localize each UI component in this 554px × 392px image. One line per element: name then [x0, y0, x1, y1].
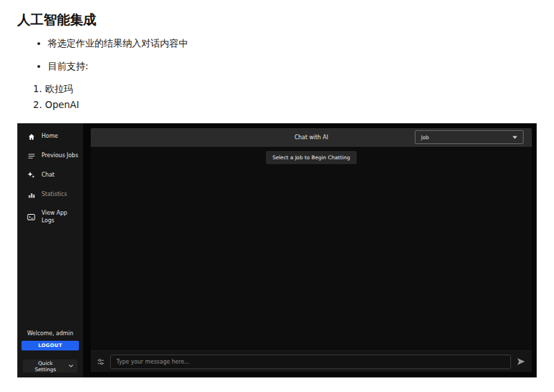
tune-icon [97, 358, 105, 366]
job-select-dropdown[interactable]: Job [415, 130, 524, 144]
supported-providers-list: 欧拉玛 OpenAI [17, 83, 554, 112]
logout-button[interactable]: LOGOUT [21, 341, 79, 350]
job-select-value: Job [421, 134, 429, 141]
welcome-text: Welcome, admin [27, 330, 73, 337]
send-icon [517, 357, 526, 366]
dropdown-caret-icon [512, 136, 517, 139]
quick-settings-label: Quick Settings [27, 360, 64, 373]
sidebar-item-label: Previous Jobs [42, 152, 78, 160]
list-item: OpenAI [45, 99, 554, 111]
documentation-page: 人工智能集成 将选定作业的结果纳入对话内容中 目前支持: 欧拉玛 OpenAI [0, 0, 554, 111]
sidebar-item-label: Statistics [42, 191, 67, 199]
feature-bullet-list: 将选定作业的结果纳入对话内容中 目前支持: [17, 37, 554, 72]
chat-panel: Chat with AI Job Select a Job to Begin C… [83, 123, 537, 377]
history-icon [27, 152, 35, 160]
tune-settings-button[interactable] [97, 358, 105, 366]
sidebar-item-label: Home [42, 133, 58, 141]
sidebar-item-home[interactable]: Home [17, 127, 83, 146]
sidebar-nav: Home Previous Jobs Chat [17, 123, 83, 231]
message-input[interactable] [110, 355, 511, 369]
sidebar-footer: Welcome, admin LOGOUT Quick Settings [17, 330, 83, 377]
app-logs-icon [27, 213, 35, 222]
send-button[interactable] [517, 357, 526, 366]
sidebar-item-label: Chat [42, 172, 55, 179]
message-composer [91, 350, 532, 372]
list-item: 欧拉玛 [45, 83, 554, 95]
page-title: 人工智能集成 [17, 12, 554, 28]
sidebar-item-previous-jobs[interactable]: Previous Jobs [17, 146, 83, 166]
chevron-down-icon [69, 364, 73, 368]
sidebar: Home Previous Jobs Chat [17, 123, 83, 377]
chat-header: Chat with AI Job [91, 128, 532, 147]
quick-settings-button[interactable]: Quick Settings [23, 359, 78, 373]
chat-message-area: Select a Job to Begin Chatting [91, 147, 532, 350]
bullet-item: 将选定作业的结果纳入对话内容中 [48, 37, 554, 49]
bullet-item: 目前支持: [48, 60, 554, 72]
sidebar-item-view-app-logs[interactable]: View App Logs [17, 204, 83, 231]
sidebar-item-statistics[interactable]: Statistics [17, 185, 83, 204]
bar-chart-icon [27, 190, 35, 199]
sidebar-item-label: View App Logs [42, 210, 79, 225]
app-screenshot: Home Previous Jobs Chat [17, 123, 537, 377]
home-icon [27, 132, 35, 141]
select-job-empty-state-button[interactable]: Select a Job to Begin Chatting [266, 151, 356, 164]
sidebar-item-chat[interactable]: Chat [17, 166, 83, 185]
ai-sparkle-icon [27, 171, 35, 179]
